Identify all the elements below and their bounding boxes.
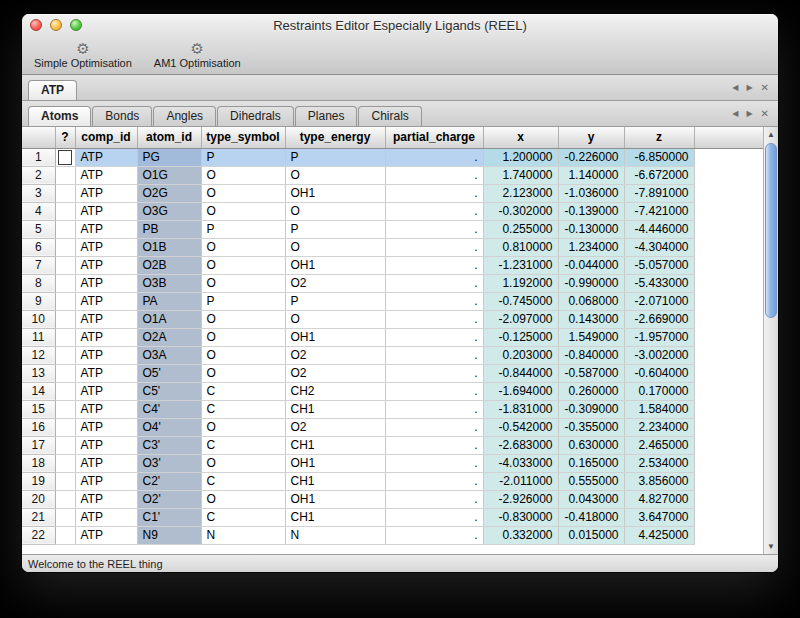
table-row[interactable]: 8ATPO3BOO2.1.192000-0.990000-5.433000 [22,274,763,292]
cell-flag[interactable] [55,472,75,490]
row-header[interactable]: 15 [22,400,55,418]
column-header-type_symbol[interactable]: type_symbol [201,127,285,148]
cell-type_energy[interactable]: O [285,238,385,256]
cell-atom_id[interactable]: PA [137,292,201,310]
cell-flag[interactable] [55,382,75,400]
cell-x[interactable]: -4.033000 [483,454,558,472]
cell-atom_id[interactable]: C2' [137,472,201,490]
cell-flag[interactable] [55,364,75,382]
cell-partial_charge[interactable]: . [385,148,483,166]
row-header[interactable]: 22 [22,526,55,544]
table-row[interactable]: 7ATPO2BOOH1.-1.231000-0.044000-5.057000 [22,256,763,274]
cell-type_symbol[interactable]: O [201,256,285,274]
current-cell-edit-box[interactable] [58,150,72,165]
row-header[interactable]: 18 [22,454,55,472]
cell-atom_id[interactable]: O3G [137,202,201,220]
cell-z[interactable]: -1.957000 [624,328,694,346]
cell-atom_id[interactable]: O1G [137,166,201,184]
cell-comp_id[interactable]: ATP [75,418,137,436]
row-header[interactable]: 3 [22,184,55,202]
toolbar-button-simple-optimisation[interactable]: ⚙Simple Optimisation [26,40,140,70]
cell-x[interactable]: -1.831000 [483,400,558,418]
cell-y[interactable]: -0.418000 [558,508,624,526]
cell-atom_id[interactable]: O3' [137,454,201,472]
cell-partial_charge[interactable]: . [385,238,483,256]
title-bar[interactable]: Restraints Editor Especially Ligands (RE… [22,14,778,36]
table-row[interactable]: 21ATPC1'CCH1.-0.830000-0.4180003.647000 [22,508,763,526]
cell-comp_id[interactable]: ATP [75,400,137,418]
cell-flag[interactable] [55,274,75,292]
cell-flag[interactable] [55,184,75,202]
cell-type_energy[interactable]: OH1 [285,328,385,346]
cell-partial_charge[interactable]: . [385,184,483,202]
table-row[interactable]: 10ATPO1AOO.-2.0970000.143000-2.669000 [22,310,763,328]
cell-y[interactable]: -0.990000 [558,274,624,292]
cell-type_symbol[interactable]: O [201,418,285,436]
column-header-atom_id[interactable]: atom_id [137,127,201,148]
row-header[interactable]: 16 [22,418,55,436]
cell-type_energy[interactable]: N [285,526,385,544]
zoom-button[interactable] [70,19,82,31]
vertical-scrollbar[interactable]: ▲ ▼ [763,127,778,554]
cell-z[interactable]: 2.534000 [624,454,694,472]
cell-x[interactable]: 1.740000 [483,166,558,184]
cell-z[interactable]: 4.425000 [624,526,694,544]
cell-comp_id[interactable]: ATP [75,454,137,472]
cell-comp_id[interactable]: ATP [75,148,137,166]
cell-y[interactable]: -0.130000 [558,220,624,238]
cell-type_symbol[interactable]: P [201,148,285,166]
cell-type_energy[interactable]: P [285,292,385,310]
cell-x[interactable]: -1.231000 [483,256,558,274]
section-tab-angles[interactable]: Angles [153,106,216,126]
scroll-tabs-right-icon[interactable]: ▶ [746,110,752,118]
row-header[interactable]: 12 [22,346,55,364]
cell-comp_id[interactable]: ATP [75,220,137,238]
cell-comp_id[interactable]: ATP [75,526,137,544]
cell-flag[interactable] [55,202,75,220]
cell-flag[interactable] [55,310,75,328]
cell-z[interactable]: -2.669000 [624,310,694,328]
cell-atom_id[interactable]: O2G [137,184,201,202]
cell-type_symbol[interactable]: P [201,292,285,310]
row-header[interactable]: 11 [22,328,55,346]
cell-partial_charge[interactable]: . [385,526,483,544]
row-header[interactable]: 14 [22,382,55,400]
table-row[interactable]: 2ATPO1GOO.1.7400001.140000-6.672000 [22,166,763,184]
cell-atom_id[interactable]: PB [137,220,201,238]
close-button[interactable] [30,19,42,31]
table-row[interactable]: 6ATPO1BOO.0.8100001.234000-4.304000 [22,238,763,256]
cell-y[interactable]: -0.044000 [558,256,624,274]
table-row[interactable]: 9ATPPAPP.-0.7450000.068000-2.071000 [22,292,763,310]
table-row[interactable]: 20ATPO2'OOH1.-2.9260000.0430004.827000 [22,490,763,508]
cell-type_symbol[interactable]: C [201,472,285,490]
cell-partial_charge[interactable]: . [385,256,483,274]
cell-z[interactable]: -0.604000 [624,364,694,382]
cell-atom_id[interactable]: O1B [137,238,201,256]
cell-type_energy[interactable]: CH1 [285,436,385,454]
cell-type_symbol[interactable]: C [201,382,285,400]
cell-comp_id[interactable]: ATP [75,382,137,400]
cell-y[interactable]: 1.234000 [558,238,624,256]
cell-partial_charge[interactable]: . [385,292,483,310]
column-header-x[interactable]: x [483,127,558,148]
cell-atom_id[interactable]: O3A [137,346,201,364]
cell-type_energy[interactable]: P [285,148,385,166]
cell-y[interactable]: -1.036000 [558,184,624,202]
section-tab-dihedrals[interactable]: Dihedrals [217,106,294,126]
cell-partial_charge[interactable]: . [385,202,483,220]
row-header[interactable]: 7 [22,256,55,274]
cell-comp_id[interactable]: ATP [75,202,137,220]
cell-comp_id[interactable]: ATP [75,508,137,526]
row-header[interactable]: 8 [22,274,55,292]
table-row[interactable]: 4ATPO3GOO.-0.302000-0.139000-7.421000 [22,202,763,220]
column-header-flag[interactable]: ? [55,127,75,148]
scrollbar-thumb[interactable] [765,143,777,318]
table-row[interactable]: 12ATPO3AOO2.0.203000-0.840000-3.002000 [22,346,763,364]
cell-atom_id[interactable]: C4' [137,400,201,418]
cell-y[interactable]: 1.549000 [558,328,624,346]
close-tab-icon[interactable]: ✕ [761,83,769,93]
row-header[interactable]: 1 [22,148,55,166]
row-header[interactable]: 4 [22,202,55,220]
cell-comp_id[interactable]: ATP [75,238,137,256]
table-row[interactable]: 11ATPO2AOOH1.-0.1250001.549000-1.957000 [22,328,763,346]
